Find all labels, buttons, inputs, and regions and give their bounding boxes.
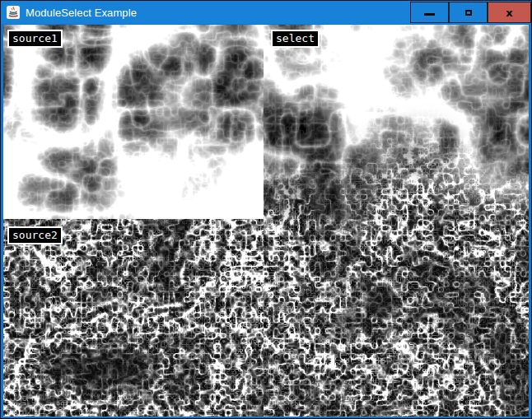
titlebar[interactable]: ModuleSelect Example x xyxy=(1,1,531,24)
close-button[interactable]: x xyxy=(488,2,531,23)
source2-noise-image xyxy=(3,219,264,417)
label-source2: source2 xyxy=(7,226,63,244)
window-frame: source1 select source2 xyxy=(1,24,531,419)
close-icon: x xyxy=(506,7,512,18)
minimize-button[interactable] xyxy=(410,2,449,23)
render-area: source1 select source2 xyxy=(3,25,529,417)
window-controls: x xyxy=(410,2,531,23)
maximize-button[interactable] xyxy=(449,2,488,23)
minimize-icon xyxy=(424,13,435,16)
app-window: ModuleSelect Example x source1 select so… xyxy=(0,0,532,419)
label-source1: source1 xyxy=(7,30,63,48)
maximize-icon xyxy=(465,10,472,16)
window-title: ModuleSelect Example xyxy=(26,7,137,19)
label-select: select xyxy=(271,30,320,48)
select-noise-image xyxy=(264,25,529,417)
java-coffee-cup-icon xyxy=(7,6,20,19)
source1-noise-image xyxy=(3,25,264,219)
